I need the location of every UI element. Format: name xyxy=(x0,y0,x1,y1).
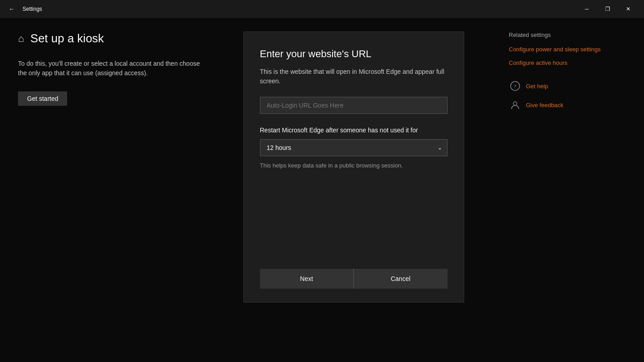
right-panel: Related settings Configure power and sle… xyxy=(482,32,626,348)
dialog: Enter your website's URL This is the web… xyxy=(243,32,464,303)
back-button[interactable]: ← xyxy=(5,3,18,15)
app-title: Settings xyxy=(23,6,42,12)
configure-active-hours-link[interactable]: Configure active hours xyxy=(509,59,626,67)
title-bar-left: ← Settings xyxy=(5,3,42,15)
dialog-subtitle: This is the website that will open in Mi… xyxy=(260,67,448,86)
configure-power-link[interactable]: Configure power and sleep settings xyxy=(509,45,626,54)
page-description: To do this, you'll create or select a lo… xyxy=(18,59,207,78)
help-icon: ? xyxy=(509,80,521,92)
dropdown-wrapper: 5 minutes 10 minutes 15 minutes 30 minut… xyxy=(260,139,448,156)
get-help-link[interactable]: Get help xyxy=(526,83,548,90)
dropdown-label: Restart Microsoft Edge after someone has… xyxy=(260,127,448,134)
next-button[interactable]: Next xyxy=(260,269,354,289)
feedback-item[interactable]: Give feedback xyxy=(509,99,626,111)
cancel-button[interactable]: Cancel xyxy=(354,269,448,289)
home-icon: ⌂ xyxy=(18,33,24,45)
restore-button[interactable]: ❐ xyxy=(597,0,618,18)
close-button[interactable]: ✕ xyxy=(618,0,639,18)
minimize-button[interactable]: ─ xyxy=(576,0,597,18)
svg-point-2 xyxy=(513,102,517,105)
get-help-item[interactable]: ? Get help xyxy=(509,80,626,92)
restart-interval-dropdown[interactable]: 5 minutes 10 minutes 15 minutes 30 minut… xyxy=(260,139,448,156)
give-feedback-link[interactable]: Give feedback xyxy=(526,102,563,109)
url-input[interactable] xyxy=(260,97,448,114)
left-panel: ⌂ Set up a kiosk To do this, you'll crea… xyxy=(18,32,225,348)
get-started-button[interactable]: Get started xyxy=(18,91,67,106)
dropdown-hint: This helps keep data safe in a public br… xyxy=(260,162,448,170)
dialog-buttons: Next Cancel xyxy=(260,269,448,289)
main-content: ⌂ Set up a kiosk To do this, you'll crea… xyxy=(0,18,644,362)
title-bar: ← Settings ─ ❐ ✕ xyxy=(0,0,644,18)
back-icon: ← xyxy=(9,5,15,13)
help-section: ? Get help Give feedback xyxy=(509,80,626,111)
dialog-title: Enter your website's URL xyxy=(260,48,448,60)
page-title: Set up a kiosk xyxy=(30,32,104,45)
page-header: ⌂ Set up a kiosk xyxy=(18,32,207,45)
feedback-icon xyxy=(509,99,521,111)
related-settings-title: Related settings xyxy=(509,32,626,38)
dialog-overlay: Enter your website's URL This is the web… xyxy=(225,32,482,348)
dialog-spacer xyxy=(260,188,448,260)
window-controls: ─ ❐ ✕ xyxy=(576,0,639,18)
svg-text:?: ? xyxy=(514,83,516,90)
